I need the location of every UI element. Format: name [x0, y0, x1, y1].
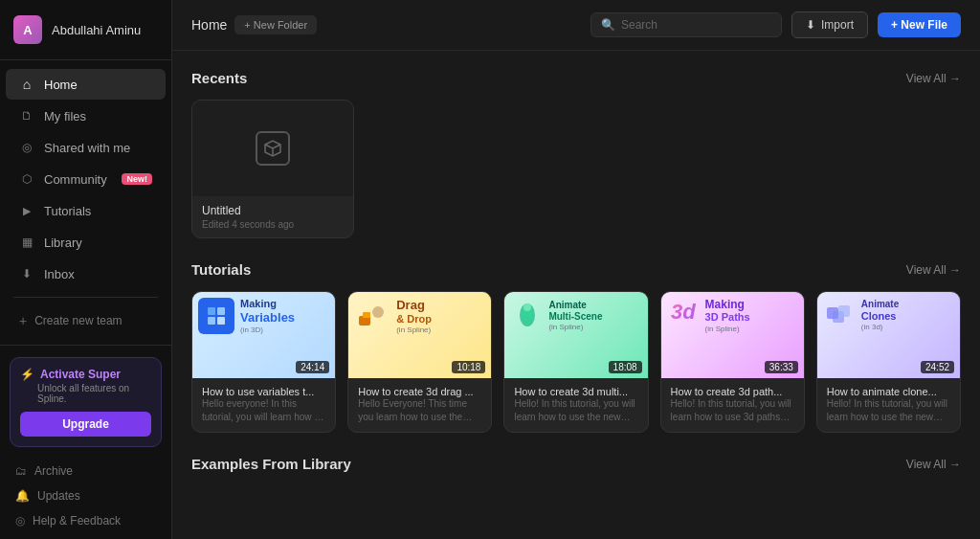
user-profile[interactable]: A Abdullahi Aminu: [0, 0, 171, 60]
updates-label: Updates: [37, 489, 80, 503]
new-folder-button[interactable]: + New Folder: [234, 15, 317, 34]
tutorial-duration-4: 24:52: [921, 361, 954, 373]
import-button[interactable]: ⬇ Import: [791, 11, 868, 38]
tutorial-info-0: How to use variables t... Hello everyone…: [192, 378, 335, 432]
sidebar-item-archive[interactable]: 🗂 Archive: [10, 459, 162, 483]
sidebar-item-my-files[interactable]: 🗋 My files: [6, 101, 166, 131]
tutorial-info-2: How to create 3d multi... Hello! In this…: [504, 378, 647, 432]
recent-card-thumbnail: [192, 101, 353, 196]
tutorials-view-all-button[interactable]: View All →: [906, 263, 961, 277]
tutorial-info-4: How to animate clone... Hello! In this t…: [817, 378, 960, 432]
inbox-icon: ⬇: [19, 266, 34, 281]
svg-rect-1: [217, 307, 225, 315]
sidebar-item-community[interactable]: ⬡ Community New!: [6, 164, 166, 194]
tutorial-duration-1: 10:18: [452, 361, 485, 373]
import-icon: ⬇: [806, 18, 815, 32]
sidebar-item-label: My files: [44, 109, 86, 124]
page-title: Home: [191, 17, 227, 33]
svg-rect-5: [363, 312, 370, 318]
community-icon: ⬡: [19, 171, 34, 187]
help-icon: ◎: [15, 514, 25, 528]
search-input[interactable]: [621, 18, 771, 32]
sidebar-item-label: Home: [44, 78, 78, 92]
create-team-button[interactable]: + Create new team: [6, 305, 166, 336]
untitled-file-icon: [256, 131, 290, 166]
topbar: Home + New Folder 🔍 ⬇ Import + New File: [172, 0, 980, 51]
svg-rect-3: [217, 317, 225, 325]
tutorial-desc-0: Hello everyone! In this tutorial, you wi…: [202, 397, 325, 424]
tutorial-card-1[interactable]: Drag & Drop (in Spline) 10:18 How to cre…: [347, 291, 492, 433]
updates-icon: 🔔: [15, 489, 30, 503]
search-icon: 🔍: [601, 18, 615, 32]
tutorial-card-3[interactable]: 3d Making: [660, 291, 805, 433]
tutorial-card-2[interactable]: Animate Multi-Scene (in Spline) 18:08 Ho…: [503, 291, 648, 433]
tutorial-name-1: How to create 3d drag ...: [358, 386, 481, 397]
recent-card-info: Untitled Edited 4 seconds ago: [192, 196, 353, 237]
svg-text:3d: 3d: [671, 300, 696, 324]
library-icon: ▦: [19, 235, 34, 250]
tutorial-desc-1: Hello Everyone! This time you learn how …: [358, 397, 481, 424]
topbar-actions: 🔍 ⬇ Import + New File: [590, 11, 961, 38]
tutorial-info-3: How to create 3d path... Hello! In this …: [661, 378, 804, 432]
examples-view-all-button[interactable]: View All →: [906, 458, 961, 471]
examples-title: Examples From Library: [191, 456, 351, 472]
new-file-button[interactable]: + New File: [878, 12, 961, 37]
search-box[interactable]: 🔍: [590, 12, 782, 37]
avatar: A: [13, 15, 42, 44]
svg-point-9: [523, 303, 531, 311]
community-new-badge: New!: [122, 173, 152, 185]
sidebar: A Abdullahi Aminu Home 🗋 My files ◎ Shar…: [0, 0, 172, 539]
tutorial-name-0: How to use variables t...: [202, 386, 325, 397]
tutorial-name-4: How to animate clone...: [827, 386, 950, 397]
sidebar-divider: [13, 297, 158, 298]
sidebar-item-updates[interactable]: 🔔 Updates: [10, 483, 162, 508]
svg-rect-0: [208, 307, 215, 315]
sidebar-item-label: Inbox: [44, 267, 75, 281]
user-name: Abdullahi Aminu: [52, 23, 141, 37]
tutorial-name-2: How to create 3d multi...: [514, 386, 637, 397]
sidebar-bottom: ⚡ Activate Super Unlock all features on …: [0, 345, 171, 539]
breadcrumb: Home + New Folder: [191, 15, 581, 34]
lightning-icon: ⚡: [20, 368, 34, 381]
tutorial-card-4[interactable]: Animate Clones (in 3d) 24:52 How to anim…: [816, 291, 961, 433]
tutorial-thumb-0: Making Variables (in 3D) 24:14: [192, 292, 335, 378]
files-icon: 🗋: [19, 108, 34, 124]
sidebar-item-help[interactable]: ◎ Help & Feedback: [10, 508, 162, 533]
tutorial-thumb-4: Animate Clones (in 3d) 24:52: [817, 292, 960, 378]
sidebar-item-inbox[interactable]: ⬇ Inbox: [6, 258, 166, 289]
plus-icon: +: [19, 313, 27, 328]
home-icon: [19, 77, 34, 92]
activate-subtitle: Unlock all features on Spline.: [20, 383, 151, 404]
recents-grid: Untitled Edited 4 seconds ago: [191, 100, 961, 238]
create-team-label: Create new team: [34, 314, 122, 327]
archive-label: Archive: [34, 464, 73, 478]
main-content: Home + New Folder 🔍 ⬇ Import + New File …: [172, 0, 980, 539]
recent-card[interactable]: Untitled Edited 4 seconds ago: [191, 100, 354, 238]
recent-card-time: Edited 4 seconds ago: [202, 219, 344, 230]
tutorial-name-3: How to create 3d path...: [671, 386, 794, 397]
tutorials-icon: ▶: [19, 203, 34, 218]
tutorial-thumb-1: Drag & Drop (in Spline) 10:18: [348, 292, 491, 378]
sidebar-item-tutorials[interactable]: ▶ Tutorials: [6, 195, 166, 226]
tutorials-section-header: Tutorials View All →: [191, 261, 961, 278]
sidebar-item-library[interactable]: ▦ Library: [6, 227, 166, 258]
sidebar-item-label: Tutorials: [44, 204, 91, 218]
svg-rect-2: [208, 317, 215, 325]
help-label: Help & Feedback: [33, 514, 121, 528]
recents-view-all-button[interactable]: View All →: [906, 72, 961, 85]
tutorial-card-0[interactable]: Making Variables (in 3D) 24:14 How to us…: [191, 291, 336, 433]
tutorial-thumb-3: 3d Making: [661, 292, 804, 378]
import-label: Import: [821, 18, 854, 32]
sidebar-item-shared[interactable]: ◎ Shared with me: [6, 132, 166, 163]
tutorial-duration-0: 24:14: [296, 361, 329, 373]
sidebar-item-home[interactable]: Home: [6, 69, 166, 100]
examples-section: Examples From Library View All →: [191, 456, 961, 472]
svg-rect-13: [838, 305, 850, 317]
tutorials-section: Tutorials View All →: [191, 261, 961, 433]
upgrade-button[interactable]: Upgrade: [20, 412, 151, 437]
activate-super-panel: ⚡ Activate Super Unlock all features on …: [10, 357, 162, 447]
recents-section: Recents View All →: [191, 70, 961, 238]
shared-icon: ◎: [19, 140, 34, 155]
sidebar-item-label: Community: [44, 172, 107, 187]
sidebar-nav: Home 🗋 My files ◎ Shared with me ⬡ Commu…: [0, 60, 171, 345]
